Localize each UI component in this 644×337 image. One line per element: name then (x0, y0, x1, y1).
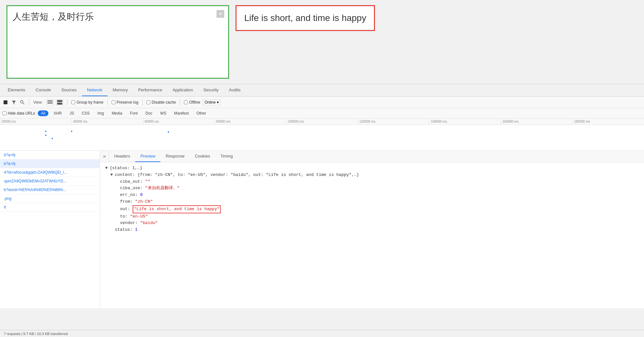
tab-audits[interactable]: Audits (224, 84, 246, 96)
filter-font-button[interactable]: Font (127, 110, 140, 116)
filter-xhr-button[interactable]: XHR (51, 110, 64, 116)
json-out-val-highlighted: "Life is short, and time is happy" (133, 205, 221, 213)
filter-ws-button[interactable]: WS (157, 110, 169, 116)
json-out-key: out: (120, 206, 130, 213)
filter-js-button[interactable]: JS (67, 110, 76, 116)
detail-tab-timing[interactable]: Timing (215, 151, 238, 162)
record-icon[interactable] (3, 99, 8, 105)
preserve-log-checkbox[interactable]: Preserve log (112, 100, 138, 105)
svg-point-2 (21, 100, 23, 103)
status-text: 7 requests | 9.7 KB / 10.3 KB transferre… (4, 332, 68, 336)
json-status-line: ▶ status: 1 (105, 227, 639, 233)
tick-6: 120000 ms (358, 118, 429, 125)
network-toolbar: View: Group by frame Preserve log (0, 97, 644, 108)
timeline-dot-2 (45, 135, 46, 136)
timeline-content (0, 125, 644, 151)
group-by-frame-input[interactable] (71, 100, 75, 104)
json-vendor-val: "baidu" (140, 220, 158, 227)
close-button[interactable]: × (216, 10, 224, 18)
svg-rect-0 (4, 100, 7, 104)
tick-8: 160000 ms (501, 118, 572, 125)
tick-7: 140000 ms (429, 118, 501, 125)
request-item-3[interactable]: 4?id=wfocus&gqid=ZA9QW8iQEl_l... (0, 168, 100, 177)
request-item-4[interactable]: upmZA9QW6DkEMv32ATWr6zYD... (0, 177, 100, 186)
detail-tab-cookies[interactable]: Cookies (190, 151, 215, 162)
request-item-1[interactable]: b?a=fy (0, 151, 100, 159)
toolbar-sep-4 (142, 99, 143, 106)
tab-network[interactable]: Network (82, 84, 108, 96)
filter-bar: Hide data URLs All XHR JS CSS Img Media … (0, 108, 644, 118)
detail-close-button[interactable]: ✕ (100, 151, 109, 162)
filter-doc-button[interactable]: Doc (143, 110, 155, 116)
json-content-triangle[interactable]: ▼ (110, 172, 115, 179)
preserve-log-input[interactable] (112, 100, 116, 104)
disable-cache-checkbox[interactable]: Disable cache (146, 100, 176, 105)
detail-tab-headers[interactable]: Headers (109, 151, 135, 162)
json-status-key: status: (115, 227, 133, 233)
filter-manifest-button[interactable]: Manifest (172, 110, 191, 116)
timeline-dot-4 (71, 131, 72, 132)
json-content-summary: content: {from: "zh-CN", to: "en-US", ve… (115, 172, 359, 179)
tab-memory[interactable]: Memory (107, 84, 133, 96)
svg-rect-7 (57, 100, 62, 102)
json-content-line: ▼ content: {from: "zh-CN", to: "en-US", … (105, 172, 639, 179)
json-from-line: ▶ from: "zh-CN" (105, 199, 639, 205)
detail-tab-preview[interactable]: Preview (135, 151, 160, 162)
timeline-ruler: 20000 ms 40000 ms 60000 ms 80000 ms 1000… (0, 118, 644, 125)
json-ciba-out-val: "" (145, 179, 150, 185)
filter-icon[interactable] (11, 99, 17, 105)
svg-rect-5 (47, 102, 53, 102)
throttle-select[interactable]: Online ▾ (203, 99, 221, 105)
left-box: 人生苦短，及时行乐 × (6, 5, 229, 79)
toolbar-sep-1 (29, 99, 29, 106)
status-bar: 7 requests | 9.7 KB / 10.3 KB transferre… (0, 330, 644, 337)
svg-line-3 (23, 103, 24, 104)
request-list: b?a=fy b?a=fy 4?id=wfocus&gqid=ZA9QW8iQE… (0, 151, 100, 308)
filter-css-button[interactable]: CSS (79, 110, 92, 116)
toolbar-sep-2 (67, 99, 67, 106)
toolbar-sep-3 (107, 99, 108, 106)
json-out-val: "Life is short, and time is happy" (134, 207, 219, 211)
tab-performance[interactable]: Performance (133, 84, 167, 96)
detail-tab-response[interactable]: Response (160, 151, 190, 162)
tab-console[interactable]: Console (30, 84, 56, 96)
detail-tab-bar: ✕ Headers Preview Response Cookies Timin… (100, 151, 644, 162)
offline-checkbox[interactable]: Offline (184, 100, 200, 105)
filter-other-button[interactable]: Other (194, 110, 209, 116)
filter-all-button[interactable]: All (38, 110, 48, 116)
json-to-line: ▶ to: "en-US" (105, 213, 639, 220)
tick-5: 100000 ms (286, 118, 358, 125)
json-root-triangle[interactable]: ▼ (105, 165, 110, 172)
hide-data-urls-input[interactable] (3, 111, 6, 115)
disable-cache-input[interactable] (146, 100, 150, 104)
svg-marker-1 (12, 101, 16, 104)
tick-9: 180000 ms (572, 118, 644, 125)
offline-input[interactable] (184, 100, 188, 104)
json-vendor-line: ▶ vendor: "baidu" (105, 220, 639, 227)
json-ciba-use-val: "来自机器翻译。" (145, 185, 180, 192)
tick-4: 80000 ms (215, 118, 286, 125)
tab-sources[interactable]: Sources (56, 84, 82, 96)
timeline-dot-1 (45, 131, 46, 132)
tab-security[interactable]: Security (198, 84, 224, 96)
view-large-button[interactable] (56, 99, 63, 105)
json-from-key: from: (120, 199, 133, 205)
json-err-no-line: ▶ err_no: 0 (105, 192, 639, 199)
request-item-5[interactable]: b?word=%E5%A4%8D%E5%88%... (0, 186, 100, 194)
view-list-button[interactable] (46, 99, 54, 105)
hide-data-urls-checkbox[interactable]: Hide data URLs (3, 111, 35, 116)
request-item-7[interactable]: if (0, 203, 100, 212)
devtools-tab-bar: Elements Console Sources Network Memory … (0, 84, 644, 97)
filter-media-button[interactable]: Media (109, 110, 125, 116)
right-box: Life is short, and time is happy (236, 5, 375, 31)
tab-elements[interactable]: Elements (3, 84, 30, 96)
request-item-6[interactable]: .png (0, 194, 100, 203)
group-by-frame-checkbox[interactable]: Group by frame (71, 100, 103, 105)
request-detail: ✕ Headers Preview Response Cookies Timin… (100, 151, 644, 308)
tab-application[interactable]: Application (167, 84, 198, 96)
filter-img-button[interactable]: Img (95, 110, 106, 116)
request-item-2[interactable]: b?a=fy (0, 159, 100, 168)
search-icon[interactable] (19, 99, 25, 105)
json-ciba-use-key: ciba_use: (120, 185, 143, 192)
json-root: {status: 1,…} (110, 165, 142, 172)
